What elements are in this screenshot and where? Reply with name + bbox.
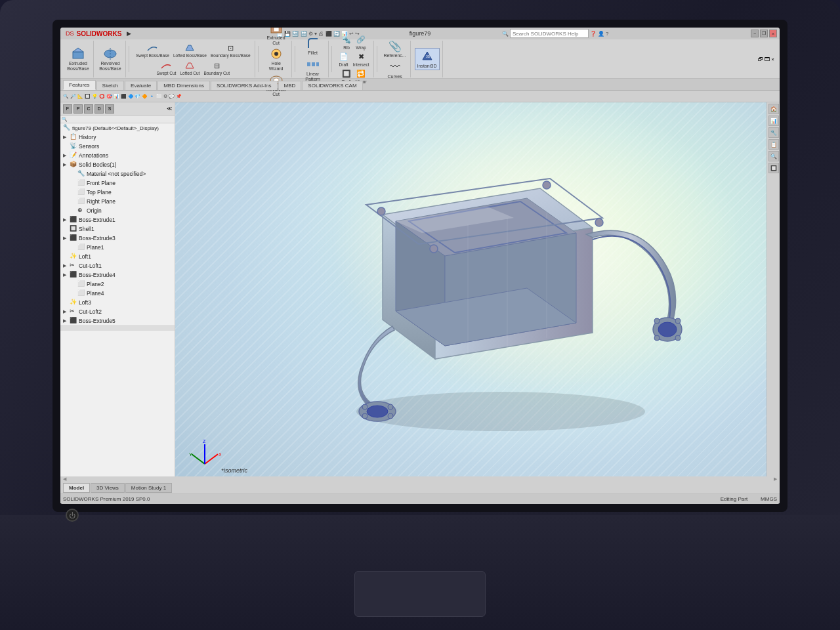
laptop-touchpad[interactable] <box>354 571 486 617</box>
close-button[interactable]: × <box>769 30 777 37</box>
right-icon-search[interactable]: 🔍 <box>768 151 779 161</box>
tab-features[interactable]: Features <box>63 80 96 90</box>
tree-plane1[interactable]: ⬜ Plane1 <box>60 243 175 252</box>
tree-material[interactable]: 🔧 Material <not specified> <box>60 169 175 178</box>
ribbon-minimize[interactable]: 🗗 <box>758 56 763 62</box>
tree-boss-extrude5[interactable]: ▶ ⬛ Boss-Extrude5 <box>60 316 175 326</box>
tree-annotations[interactable]: ▶ 📝 Annotations <box>60 151 175 160</box>
reference-button[interactable]: 📎 Referenc... <box>383 38 408 59</box>
power-button[interactable]: ⏻ <box>66 509 79 522</box>
wrap-button[interactable]: 🔗 Wrap <box>354 34 368 51</box>
tree-front-plane[interactable]: ⬜ Front Plane <box>60 178 175 188</box>
instant3d-button[interactable]: 3D Instant3D <box>415 48 440 70</box>
property-icon[interactable]: P <box>74 104 83 114</box>
history-label: History <box>79 134 96 140</box>
restore-button[interactable]: ❐ <box>760 30 768 37</box>
linear-pattern-button[interactable]: Linear Pattern <box>301 56 326 82</box>
tree-sensors[interactable]: 📡 Sensors <box>60 142 175 151</box>
tab-model[interactable]: Model <box>63 483 90 493</box>
scroll-left[interactable]: ◀ <box>63 476 66 482</box>
feature-icon[interactable]: F <box>63 104 72 114</box>
lofted-cut-icon <box>184 60 195 71</box>
boss-extrude1-label: Boss-Extrude1 <box>79 217 116 223</box>
cut-loft2-icon: ✂ <box>70 308 77 316</box>
separator-2 <box>258 46 259 72</box>
shell1-icon: 🔲 <box>70 225 77 233</box>
question-icon: ? <box>606 31 608 37</box>
axes-svg: X Y Z <box>188 438 221 471</box>
svg-text:X: X <box>219 452 221 457</box>
plane1-label: Plane1 <box>87 244 104 251</box>
ribbon-close[interactable]: × <box>771 56 774 62</box>
loft1-icon: ✨ <box>70 253 77 261</box>
extruded-boss-button[interactable]: ExtrudedBoss/Base <box>66 46 91 72</box>
ribbon-maximize[interactable]: 🗖 <box>765 56 770 62</box>
sidebar-tabs: Model 3D Views Motion Study 1 <box>60 482 780 494</box>
right-icon-tool[interactable]: 🔧 <box>768 127 779 138</box>
3d-part <box>201 122 773 464</box>
intersect-button[interactable]: ✖ Intersect <box>352 51 371 68</box>
top-plane-label: Top Plane <box>87 189 112 196</box>
revolved-boss-group: RevolvedBoss/Base <box>95 41 126 77</box>
rib-button[interactable]: 🔩 Rib <box>340 34 353 51</box>
swept-cut-button[interactable]: Swept Cut <box>155 60 177 76</box>
tree-history[interactable]: ▶ 📋 History <box>60 133 175 142</box>
tree-loft3[interactable]: ✨ Loft3 <box>60 298 175 307</box>
tree-plane4[interactable]: ⬜ Plane4 <box>60 289 175 298</box>
status-editing: Editing Part <box>721 496 747 502</box>
tab-motion-study[interactable]: Motion Study 1 <box>125 483 172 493</box>
collapse-icon[interactable]: ≪ <box>167 106 172 112</box>
tab-3d-views[interactable]: 3D Views <box>91 483 125 493</box>
fillet-button[interactable]: Fillet <box>301 35 326 56</box>
right-icon-home[interactable]: 🏠 <box>768 104 779 114</box>
boundary-cut-icon: ⊟ <box>211 60 222 71</box>
lofted-cut-button[interactable]: Lofted Cut <box>178 60 201 76</box>
search-input[interactable] <box>510 29 589 38</box>
tree-origin[interactable]: ⊕ Origin <box>60 206 175 215</box>
tab-evaluate[interactable]: Evaluate <box>125 81 157 90</box>
tree-boss-extrude4[interactable]: ▶ ⬛ Boss-Extrude4 <box>60 270 175 280</box>
extruded-cut-button[interactable]: ExtrudedCut <box>264 28 289 46</box>
tree-cut-loft2[interactable]: ▶ ✂ Cut-Loft2 <box>60 307 175 316</box>
config-icon[interactable]: C <box>84 104 93 114</box>
hole-wizard-button[interactable]: Hole Wizard <box>264 46 289 72</box>
laptop-frame: DS SOLIDWORKS ▶ 📄 💾 🔙 🔛 ⚙ ▾ 🖨 ⬛ 🔄 📊 ↩ ↪ … <box>0 0 840 630</box>
boss-base-group: ExtrudedBoss/Base <box>63 41 94 77</box>
lofted-boss-button[interactable]: Lofted Boss/Base <box>172 42 208 58</box>
sensor-icon[interactable]: S <box>105 104 114 114</box>
rib-items-row2: 📄 Draft ✖ Intersect <box>337 51 371 68</box>
tree-plane2[interactable]: ⬜ Plane2 <box>60 280 175 289</box>
tree-top-plane[interactable]: ⬜ Top Plane <box>60 188 175 197</box>
tree-solid-bodies[interactable]: ▶ 📦 Solid Bodies(1) <box>60 160 175 169</box>
tree-boss-extrude3[interactable]: ▶ ⬛ Boss-Extrude3 <box>60 234 175 243</box>
swept-boss-button[interactable]: Swept Boss/Base <box>135 42 171 58</box>
boundary-cut-button[interactable]: ⊟ Boundary Cut <box>202 60 231 76</box>
display-icon[interactable]: D <box>94 104 104 114</box>
tab-mbd-dimensions[interactable]: MBD Dimensions <box>158 81 210 90</box>
boss-extrude1-icon: ⬛ <box>70 216 77 224</box>
tree-right-plane[interactable]: ⬜ Right Plane <box>60 197 175 206</box>
rib-items-row1: 🔩 Rib 🔗 Wrap <box>340 34 368 51</box>
tab-sketch[interactable]: Sketch <box>96 81 124 90</box>
left-flange-bolt4 <box>388 413 393 419</box>
boundary-boss-button[interactable]: ⊡ Boundary Boss/Base <box>209 42 252 58</box>
curves-button[interactable]: 〰 Curves <box>383 59 408 80</box>
window-title: figure79 <box>410 30 431 37</box>
loft3-icon: ✨ <box>70 299 77 306</box>
tree-boss-extrude1[interactable]: ▶ ⬛ Boss-Extrude1 <box>60 215 175 224</box>
3d-viewport[interactable]: X Y Z *Isometric 🏠 📊 🔧 📋 <box>175 102 780 503</box>
help-icon: ❓ <box>590 31 597 37</box>
draft-button[interactable]: 📄 Draft <box>337 51 350 68</box>
scroll-right[interactable]: ▶ <box>774 476 777 482</box>
tab-solidworks-cam[interactable]: SOLIDWORKS CAM <box>302 81 362 90</box>
tree-loft1[interactable]: ✨ Loft1 <box>60 252 175 261</box>
revolved-boss-button[interactable]: RevolvedBoss/Base <box>98 46 123 72</box>
tab-mbd[interactable]: MBD <box>278 81 302 90</box>
right-icon-box[interactable]: 🔲 <box>768 163 779 173</box>
minimize-button[interactable]: − <box>751 30 759 37</box>
tree-shell1[interactable]: 🔲 Shell1 <box>60 224 175 234</box>
right-icon-clipboard[interactable]: 📋 <box>768 139 779 150</box>
tree-cut-loft1[interactable]: ▶ ✂ Cut-Loft1 <box>60 261 175 270</box>
right-icon-chart[interactable]: 📊 <box>768 116 779 126</box>
tab-solidworks-addins[interactable]: SOLIDWORKS Add-Ins <box>211 81 278 90</box>
